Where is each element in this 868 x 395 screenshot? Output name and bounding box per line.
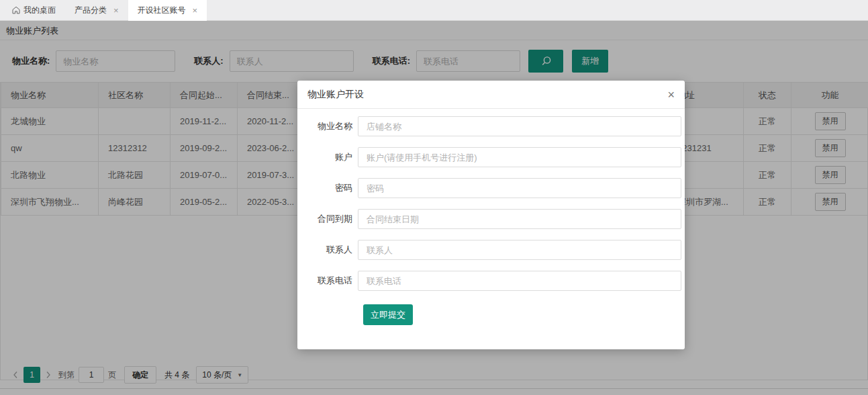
property-account-modal: 物业账户开设 × 物业名称 账户 密码 合同到期 联系人: [297, 81, 685, 349]
form-row: 联系人: [305, 240, 681, 260]
close-icon[interactable]: ×: [193, 6, 198, 15]
password-field-label: 密码: [305, 182, 358, 194]
tab-home-label: 我的桌面: [23, 5, 56, 16]
form-row: 联系电话: [305, 271, 681, 291]
close-icon[interactable]: ×: [113, 6, 119, 15]
modal-header: 物业账户开设 ×: [297, 81, 685, 109]
form-row: 合同到期: [305, 209, 681, 229]
page: 我的桌面 产品分类 × 开设社区账号 × 物业账户列表 物业名称: 联系人: 联…: [0, 0, 868, 395]
tab-bar: 我的桌面 产品分类 × 开设社区账号 ×: [0, 0, 868, 21]
account-field[interactable]: [358, 147, 681, 167]
form-row: 物业名称: [305, 116, 681, 136]
form-row: 账户: [305, 147, 681, 167]
contract-expiry-field-label: 合同到期: [305, 213, 358, 225]
contract-expiry-field[interactable]: [358, 209, 681, 229]
property-name-field-label: 物业名称: [305, 120, 358, 132]
home-icon: [12, 6, 20, 14]
tab-open-community-account-label: 开设社区账号: [138, 5, 186, 16]
tab-product-category[interactable]: 产品分类 ×: [65, 0, 128, 20]
phone-field-label: 联系电话: [305, 275, 358, 287]
form-row: 密码: [305, 178, 681, 198]
property-name-field[interactable]: [358, 116, 681, 136]
tab-home[interactable]: 我的桌面: [3, 0, 65, 20]
password-field[interactable]: [358, 178, 681, 198]
submit-button[interactable]: 立即提交: [363, 304, 413, 325]
modal-form: 物业名称 账户 密码 合同到期 联系人 联系电话: [297, 109, 685, 325]
contact-field[interactable]: [358, 240, 681, 260]
modal-title: 物业账户开设: [307, 89, 667, 101]
tab-open-community-account[interactable]: 开设社区账号 ×: [128, 0, 207, 21]
phone-field[interactable]: [358, 271, 681, 291]
tab-product-category-label: 产品分类: [75, 5, 107, 16]
contact-field-label: 联系人: [305, 244, 358, 256]
account-field-label: 账户: [305, 151, 358, 163]
close-icon[interactable]: ×: [667, 89, 675, 101]
